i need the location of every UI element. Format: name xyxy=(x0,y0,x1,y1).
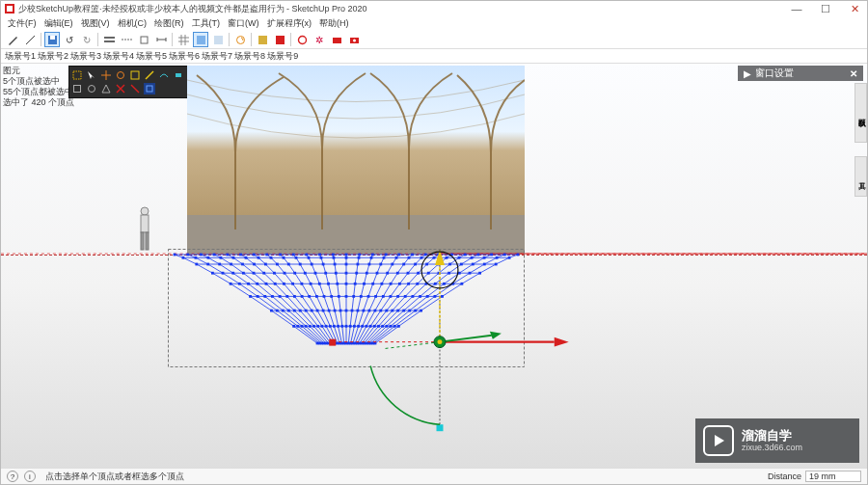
manipulator[interactable] xyxy=(1,64,867,471)
tool-redo-icon[interactable]: ↻ xyxy=(79,32,95,47)
menu-edit[interactable]: 编辑(E) xyxy=(41,17,76,30)
help-icon[interactable]: ? xyxy=(7,471,18,482)
svg-rect-13 xyxy=(258,36,267,44)
maximize-button[interactable]: ☐ xyxy=(817,3,834,15)
tool-save-icon[interactable] xyxy=(44,32,60,47)
window-title: 少校SketchUp教程篮·未经授权或非少校本人的视频文件都是盗用行为 - Sk… xyxy=(18,3,788,15)
tool-pencil-icon[interactable] xyxy=(5,32,20,47)
svg-point-15 xyxy=(298,36,306,43)
scene-tab-4[interactable]: 场景号4 xyxy=(103,50,134,63)
distance-value[interactable]: 19 mm xyxy=(805,471,861,482)
watermark-url: zixue.3d66.com xyxy=(742,443,802,452)
tool-folder-icon[interactable] xyxy=(329,32,344,47)
svg-rect-1 xyxy=(7,6,13,12)
tool-face-icon[interactable] xyxy=(193,32,208,47)
tool-dash-icon[interactable] xyxy=(119,32,134,47)
menubar: 文件(F) 编辑(E) 视图(V) 相机(C) 绘图(R) 工具(T) 窗口(W… xyxy=(1,16,867,31)
statusbar: ? i 点击选择单个顶点或者框选多个顶点 Distance 19 mm xyxy=(1,468,867,484)
svg-rect-4 xyxy=(50,36,55,40)
tool-xray-icon[interactable] xyxy=(210,32,226,47)
tool-grid-icon[interactable] xyxy=(176,32,191,47)
minimize-button[interactable]: — xyxy=(788,3,805,14)
close-button[interactable]: ✕ xyxy=(846,3,863,15)
status-hint: 点击选择单个顶点或者框选多个顶点 xyxy=(45,471,184,483)
svg-rect-10 xyxy=(197,36,205,44)
play-icon xyxy=(703,425,734,456)
svg-rect-8 xyxy=(141,37,148,43)
menu-file[interactable]: 文件(F) xyxy=(5,17,40,30)
scene-tab-1[interactable]: 场景号1 xyxy=(5,50,36,63)
tool-rotate-icon[interactable] xyxy=(294,32,310,47)
tool-gear-icon[interactable]: ✲ xyxy=(312,32,327,47)
watermark-brand: 溜溜自学 xyxy=(742,429,802,443)
tool-a-icon[interactable] xyxy=(255,32,270,47)
tool-line-icon[interactable] xyxy=(22,32,38,47)
info-icon[interactable]: i xyxy=(24,471,36,482)
tool-b-icon[interactable] xyxy=(272,32,287,47)
rotate-arc-icon[interactable] xyxy=(370,366,440,425)
scene-tab-7[interactable]: 场景号7 xyxy=(202,50,232,63)
scene-tab-2[interactable]: 场景号2 xyxy=(38,50,68,63)
menu-draw[interactable]: 绘图(R) xyxy=(151,17,187,30)
svg-marker-287 xyxy=(715,435,724,446)
menu-help[interactable]: 帮助(H) xyxy=(316,17,352,30)
main-toolbar: ↺ ↻ ✲ xyxy=(1,31,867,49)
svg-rect-11 xyxy=(214,36,223,44)
tool-undo-icon[interactable]: ↺ xyxy=(62,32,77,47)
menu-tools[interactable]: 工具(T) xyxy=(189,17,224,30)
tool-dim-icon[interactable] xyxy=(153,32,169,47)
cyan-handle[interactable] xyxy=(436,424,443,431)
scene-tab-6[interactable]: 场景号6 xyxy=(169,50,200,63)
svg-rect-5 xyxy=(104,37,115,39)
scene-tabs: 场景号1 场景号2 场景号3 场景号4 场景号5 场景号6 场景号7 场景号8 … xyxy=(1,49,867,64)
svg-rect-280 xyxy=(329,339,336,346)
scene-tab-8[interactable]: 场景号8 xyxy=(234,50,265,63)
svg-line-2 xyxy=(26,36,35,44)
distance-label: Distance xyxy=(768,472,801,481)
menu-extensions[interactable]: 扩展程序(x) xyxy=(264,17,315,30)
menu-window[interactable]: 窗口(W) xyxy=(225,17,262,30)
watermark: 溜溜自学 zixue.3d66.com xyxy=(695,418,859,463)
tool-layers-icon[interactable] xyxy=(101,32,117,47)
menu-camera[interactable]: 相机(C) xyxy=(115,17,150,30)
svg-marker-278 xyxy=(555,337,569,347)
tool-anim-icon[interactable] xyxy=(232,32,248,47)
svg-rect-6 xyxy=(104,40,115,42)
svg-point-18 xyxy=(353,39,356,41)
scene-tab-9[interactable]: 场景号9 xyxy=(267,50,298,63)
svg-rect-14 xyxy=(276,36,285,44)
scene-tab-3[interactable]: 场景号3 xyxy=(70,50,101,63)
viewport[interactable]: 图元 5个顶点被选中 55个顶点都被选中 选中了 420 个顶点 xyxy=(1,64,867,471)
scene-tab-5[interactable]: 场景号5 xyxy=(136,50,167,63)
svg-rect-16 xyxy=(333,38,341,43)
svg-marker-282 xyxy=(490,332,502,339)
svg-line-283 xyxy=(384,342,440,349)
app-icon xyxy=(5,4,14,13)
tool-edge-icon[interactable] xyxy=(136,32,151,47)
menu-view[interactable]: 视图(V) xyxy=(78,17,113,30)
tool-cam-icon[interactable] xyxy=(346,32,362,47)
svg-point-286 xyxy=(437,339,442,344)
